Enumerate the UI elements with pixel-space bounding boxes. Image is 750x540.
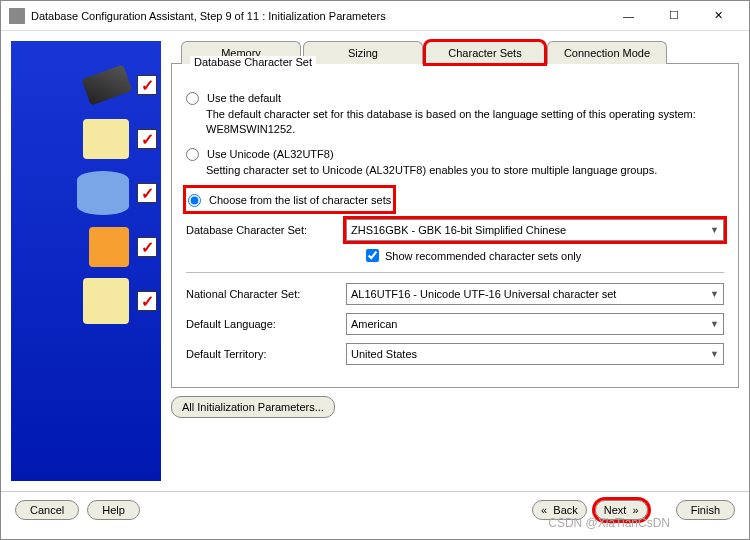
- steps-panel: ✓ ✓ ✓ ✓ ✓: [11, 41, 161, 481]
- check-icon: ✓: [137, 183, 157, 203]
- main-panel: Memory Sizing Character Sets Connection …: [171, 41, 739, 481]
- default-desc: The default character set for this datab…: [206, 107, 724, 138]
- cylinder-icon: [77, 171, 129, 215]
- close-button[interactable]: ✕: [696, 2, 741, 30]
- radio-choose-input[interactable]: [188, 194, 201, 207]
- db-charset-value: ZHS16GBK - GBK 16-bit Simplified Chinese: [351, 224, 566, 236]
- tab-character-sets[interactable]: Character Sets: [425, 41, 545, 64]
- maximize-button[interactable]: ☐: [651, 2, 696, 30]
- radio-choose-highlight: Choose from the list of character sets: [186, 188, 393, 211]
- step-item: ✓: [15, 227, 157, 267]
- tab-sizing[interactable]: Sizing: [303, 41, 423, 64]
- database-charset-group: Database Character Set Use the default T…: [171, 63, 739, 388]
- watermark: CSDN @XiaTianCsDN: [548, 516, 670, 530]
- chevron-down-icon: ▼: [710, 319, 719, 329]
- national-charset-label: National Character Set:: [186, 288, 346, 300]
- show-recommended-checkbox[interactable]: [366, 249, 379, 262]
- radio-default-input[interactable]: [186, 92, 199, 105]
- check-icon: ✓: [137, 75, 157, 95]
- title-bar: Database Configuration Assistant, Step 9…: [1, 1, 749, 31]
- group-title: Database Character Set: [190, 56, 316, 68]
- all-init-params-button[interactable]: All Initialization Parameters...: [171, 396, 335, 418]
- default-language-value: American: [351, 318, 397, 330]
- radio-choose-list[interactable]: Choose from the list of character sets: [188, 194, 391, 207]
- app-icon: [9, 8, 25, 24]
- step-item: ✓: [15, 65, 157, 105]
- folder-icon: [83, 119, 129, 159]
- check-icon: ✓: [137, 291, 157, 311]
- grid-icon: [89, 227, 129, 267]
- window-title: Database Configuration Assistant, Step 9…: [31, 10, 606, 22]
- default-territory-label: Default Territory:: [186, 348, 346, 360]
- db-charset-select[interactable]: ZHS16GBK - GBK 16-bit Simplified Chinese…: [346, 219, 724, 241]
- radio-default-label: Use the default: [207, 92, 281, 104]
- default-language-select[interactable]: American ▼: [346, 313, 724, 335]
- radio-choose-label: Choose from the list of character sets: [209, 194, 391, 206]
- tab-connection-mode[interactable]: Connection Mode: [547, 41, 667, 64]
- step-item: ✓: [15, 119, 157, 159]
- chevron-down-icon: ▼: [710, 349, 719, 359]
- db-charset-label: Database Character Set:: [186, 224, 346, 236]
- national-charset-value: AL16UTF16 - Unicode UTF-16 Universal cha…: [351, 288, 616, 300]
- default-language-label: Default Language:: [186, 318, 346, 330]
- radio-unicode-input[interactable]: [186, 148, 199, 161]
- step-item: ✓: [15, 173, 157, 213]
- default-territory-select[interactable]: United States ▼: [346, 343, 724, 365]
- radio-unicode-label: Use Unicode (AL32UTF8): [207, 148, 334, 160]
- chevron-down-icon: ▼: [710, 289, 719, 299]
- minimize-button[interactable]: —: [606, 2, 651, 30]
- default-territory-value: United States: [351, 348, 417, 360]
- help-button[interactable]: Help: [87, 500, 140, 520]
- radio-use-default[interactable]: Use the default: [186, 92, 724, 105]
- unicode-desc: Setting character set to Unicode (AL32UT…: [206, 163, 724, 178]
- chevron-down-icon: ▼: [710, 225, 719, 235]
- national-charset-select[interactable]: AL16UTF16 - Unicode UTF-16 Universal cha…: [346, 283, 724, 305]
- step-item: ✓: [15, 281, 157, 321]
- check-icon: ✓: [137, 129, 157, 149]
- check-icon: ✓: [137, 237, 157, 257]
- show-recommended-row[interactable]: Show recommended character sets only: [366, 249, 724, 262]
- question-icon: [83, 278, 129, 324]
- finish-button[interactable]: Finish: [676, 500, 735, 520]
- chip-icon: [82, 64, 133, 105]
- radio-use-unicode[interactable]: Use Unicode (AL32UTF8): [186, 148, 724, 161]
- cancel-button[interactable]: Cancel: [15, 500, 79, 520]
- show-recommended-label: Show recommended character sets only: [385, 250, 581, 262]
